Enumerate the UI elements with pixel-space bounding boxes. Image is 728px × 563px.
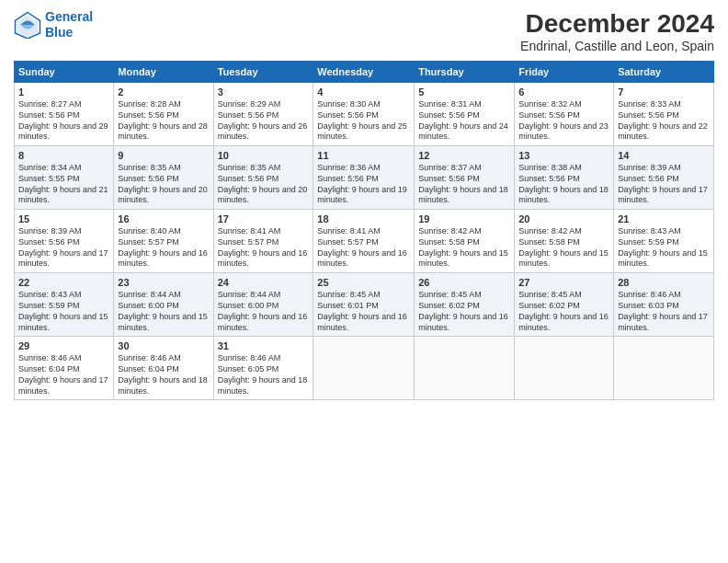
calendar-table: Sunday Monday Tuesday Wednesday Thursday…	[14, 61, 714, 400]
daylight-text: Daylight: 9 hours and 23 minutes.	[518, 121, 609, 142]
sunset-text: Sunset: 6:02 PM	[418, 301, 480, 310]
day-number: 8	[18, 149, 109, 162]
sunset-text: Sunset: 6:01 PM	[317, 301, 379, 310]
th-monday: Monday	[114, 62, 213, 83]
sunrise-text: Sunrise: 8:46 AM	[118, 353, 181, 362]
day-number: 29	[18, 339, 109, 352]
title-block: December 2024 Endrinal, Castille and Leo…	[520, 9, 714, 53]
th-wednesday: Wednesday	[313, 62, 415, 83]
sunset-text: Sunset: 5:55 PM	[18, 174, 80, 183]
sunrise-text: Sunrise: 8:33 AM	[618, 99, 681, 109]
calendar-cell: 6 Sunrise: 8:32 AM Sunset: 5:56 PM Dayli…	[515, 83, 614, 146]
calendar-week-row-5: 29 Sunrise: 8:46 AM Sunset: 6:04 PM Dayl…	[15, 337, 714, 400]
calendar-body: 1 Sunrise: 8:27 AM Sunset: 5:56 PM Dayli…	[15, 83, 714, 400]
calendar-cell: 10 Sunrise: 8:35 AM Sunset: 5:56 PM Dayl…	[213, 146, 313, 210]
daylight-text: Daylight: 9 hours and 18 minutes.	[118, 375, 208, 396]
calendar-week-row-4: 22 Sunrise: 8:43 AM Sunset: 5:59 PM Dayl…	[15, 273, 714, 337]
th-saturday: Saturday	[614, 62, 714, 83]
sunrise-text: Sunrise: 8:41 AM	[218, 226, 281, 236]
sunrise-text: Sunrise: 8:39 AM	[18, 226, 82, 236]
sunset-text: Sunset: 5:59 PM	[18, 301, 80, 310]
sunrise-text: Sunrise: 8:38 AM	[518, 163, 582, 172]
day-number: 11	[317, 149, 410, 162]
calendar-cell: 27 Sunrise: 8:45 AM Sunset: 6:02 PM Dayl…	[515, 273, 614, 337]
th-tuesday: Tuesday	[213, 62, 313, 83]
sunset-text: Sunset: 5:56 PM	[518, 110, 580, 120]
sunset-text: Sunset: 6:04 PM	[18, 364, 80, 373]
day-number: 25	[317, 276, 410, 289]
daylight-text: Daylight: 9 hours and 15 minutes.	[418, 248, 508, 269]
day-number: 1	[18, 86, 109, 98]
sunrise-text: Sunrise: 8:30 AM	[317, 99, 381, 109]
sunrise-text: Sunrise: 8:36 AM	[317, 163, 381, 172]
daylight-text: Daylight: 9 hours and 18 minutes.	[418, 185, 508, 205]
daylight-text: Daylight: 9 hours and 16 minutes.	[518, 312, 609, 332]
sunrise-text: Sunrise: 8:27 AM	[18, 99, 82, 109]
daylight-text: Daylight: 9 hours and 15 minutes.	[118, 312, 208, 332]
sunset-text: Sunset: 5:56 PM	[518, 174, 580, 183]
calendar-cell: 2 Sunrise: 8:28 AM Sunset: 5:56 PM Dayli…	[114, 83, 213, 146]
sunrise-text: Sunrise: 8:44 AM	[218, 290, 281, 299]
sunset-text: Sunset: 5:56 PM	[218, 110, 279, 120]
day-number: 15	[18, 213, 109, 225]
calendar-cell	[415, 337, 515, 400]
sunset-text: Sunset: 5:56 PM	[118, 110, 179, 120]
calendar-cell: 5 Sunrise: 8:31 AM Sunset: 5:56 PM Dayli…	[415, 83, 515, 146]
daylight-text: Daylight: 9 hours and 17 minutes.	[618, 312, 708, 332]
daylight-text: Daylight: 9 hours and 17 minutes.	[618, 185, 708, 205]
calendar-cell: 26 Sunrise: 8:45 AM Sunset: 6:02 PM Dayl…	[415, 273, 515, 337]
logo-text: General Blue	[45, 9, 93, 40]
sunset-text: Sunset: 5:56 PM	[317, 174, 379, 183]
calendar-cell	[313, 337, 415, 400]
calendar-cell: 31 Sunrise: 8:46 AM Sunset: 6:05 PM Dayl…	[213, 337, 313, 400]
day-number: 5	[418, 86, 510, 98]
calendar-cell	[515, 337, 614, 400]
sunrise-text: Sunrise: 8:41 AM	[317, 226, 381, 236]
daylight-text: Daylight: 9 hours and 24 minutes.	[418, 121, 508, 142]
daylight-text: Daylight: 9 hours and 28 minutes.	[118, 121, 208, 142]
calendar-cell: 22 Sunrise: 8:43 AM Sunset: 5:59 PM Dayl…	[15, 273, 114, 337]
daylight-text: Daylight: 9 hours and 25 minutes.	[317, 121, 407, 142]
daylight-text: Daylight: 9 hours and 26 minutes.	[218, 121, 308, 142]
calendar-cell: 30 Sunrise: 8:46 AM Sunset: 6:04 PM Dayl…	[114, 337, 213, 400]
sunrise-text: Sunrise: 8:31 AM	[418, 99, 482, 109]
day-number: 7	[618, 86, 710, 98]
day-number: 20	[518, 213, 609, 225]
daylight-text: Daylight: 9 hours and 17 minutes.	[18, 375, 108, 396]
calendar-cell: 4 Sunrise: 8:30 AM Sunset: 5:56 PM Dayli…	[313, 83, 415, 146]
daylight-text: Daylight: 9 hours and 20 minutes.	[218, 185, 308, 205]
sunset-text: Sunset: 5:56 PM	[317, 110, 379, 120]
day-number: 6	[518, 86, 609, 98]
daylight-text: Daylight: 9 hours and 21 minutes.	[18, 185, 108, 205]
daylight-text: Daylight: 9 hours and 15 minutes.	[18, 312, 108, 332]
daylight-text: Daylight: 9 hours and 29 minutes.	[18, 121, 108, 142]
calendar-cell: 8 Sunrise: 8:34 AM Sunset: 5:55 PM Dayli…	[15, 146, 114, 210]
sunset-text: Sunset: 5:56 PM	[418, 110, 480, 120]
subtitle: Endrinal, Castille and Leon, Spain	[520, 39, 714, 53]
day-number: 31	[218, 339, 310, 352]
calendar-cell: 14 Sunrise: 8:39 AM Sunset: 5:56 PM Dayl…	[614, 146, 714, 210]
daylight-text: Daylight: 9 hours and 16 minutes.	[218, 312, 308, 332]
calendar-cell: 17 Sunrise: 8:41 AM Sunset: 5:57 PM Dayl…	[213, 210, 313, 273]
sunrise-text: Sunrise: 8:45 AM	[418, 290, 482, 299]
page: General Blue December 2024 Endrinal, Cas…	[0, 0, 728, 563]
sunrise-text: Sunrise: 8:35 AM	[218, 163, 281, 172]
calendar-cell: 11 Sunrise: 8:36 AM Sunset: 5:56 PM Dayl…	[313, 146, 415, 210]
calendar-cell: 3 Sunrise: 8:29 AM Sunset: 5:56 PM Dayli…	[213, 83, 313, 146]
sunrise-text: Sunrise: 8:45 AM	[518, 290, 582, 299]
calendar-cell: 25 Sunrise: 8:45 AM Sunset: 6:01 PM Dayl…	[313, 273, 415, 337]
sunrise-text: Sunrise: 8:43 AM	[618, 226, 681, 236]
day-number: 27	[518, 276, 609, 289]
sunrise-text: Sunrise: 8:46 AM	[218, 353, 281, 362]
sunrise-text: Sunrise: 8:45 AM	[317, 290, 381, 299]
sunrise-text: Sunrise: 8:46 AM	[618, 290, 681, 299]
sunset-text: Sunset: 6:02 PM	[518, 301, 580, 310]
sunset-text: Sunset: 5:56 PM	[418, 174, 480, 183]
th-sunday: Sunday	[15, 62, 114, 83]
daylight-text: Daylight: 9 hours and 15 minutes.	[618, 248, 708, 269]
calendar-cell: 29 Sunrise: 8:46 AM Sunset: 6:04 PM Dayl…	[15, 337, 114, 400]
main-title: December 2024	[520, 9, 714, 39]
daylight-text: Daylight: 9 hours and 16 minutes.	[118, 248, 208, 269]
sunset-text: Sunset: 5:56 PM	[18, 237, 80, 247]
sunrise-text: Sunrise: 8:46 AM	[18, 353, 82, 362]
